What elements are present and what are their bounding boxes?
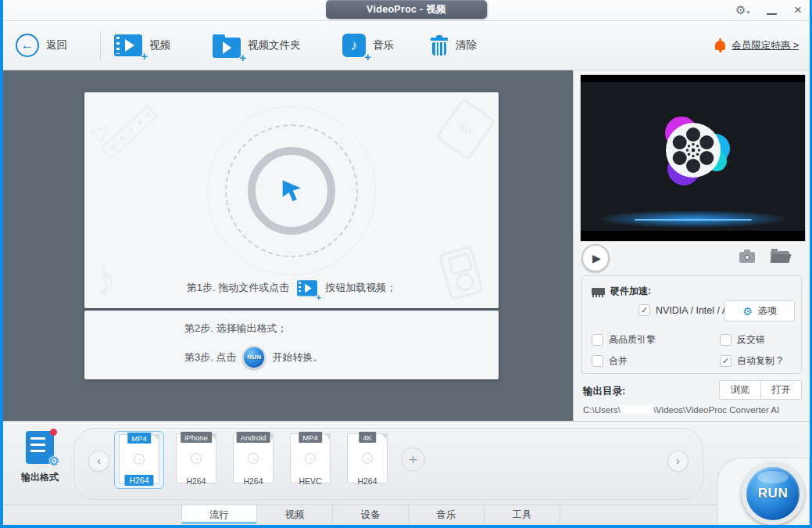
add-video-folder-icon [213, 38, 241, 58]
add-video-button[interactable]: + 视频 [114, 21, 170, 70]
add-video-folder-button[interactable]: + 视频文件夹 [213, 21, 301, 70]
clear-button[interactable]: 清除 [430, 21, 477, 70]
quality-engine-checkbox[interactable] [592, 334, 603, 346]
scroll-left-button[interactable]: ‹ [88, 451, 109, 472]
toolbar: ← 返回 + 视频 + 视频文件夹 ♪ + 音乐 [3, 21, 810, 70]
quality-engine-checkbox-row[interactable]: 高品质引擎 [592, 333, 656, 347]
plus-badge-icon: + [364, 50, 371, 63]
run-button[interactable]: RUN [742, 462, 804, 525]
merge-checkbox[interactable] [592, 355, 603, 367]
output-dir-label: 输出目录: [583, 385, 625, 398]
output-format-label: 输出格式 [14, 471, 66, 484]
format-card-mp4-hevc[interactable]: MP4 HEVC [285, 431, 335, 489]
step2-instruction: 第2步. 选择输出格式； [184, 321, 499, 336]
format-card-list: MP4 H264 iPhone H264 Android H264 MP4 HE… [114, 431, 392, 489]
category-tabs: 流行 视频 设备 音乐 工具 [181, 505, 560, 524]
film-reel-icon [134, 454, 145, 465]
add-music-button[interactable]: ♪ + 音乐 [342, 21, 394, 70]
member-offer-link[interactable]: 会员限定特惠 > [715, 21, 799, 70]
close-button[interactable]: × [794, 3, 802, 17]
gpu-checkbox[interactable]: ✓ [639, 304, 650, 316]
deinterlace-checkbox[interactable] [720, 334, 732, 346]
options-button[interactable]: ⚙ 选项 [724, 300, 795, 321]
bottom-bar: ⚙ 输出格式 ‹ MP4 H264 iPhone H264 Android H2… [3, 421, 810, 525]
format-card-mp4-h264[interactable]: MP4 H264 [114, 431, 164, 489]
tab-popular[interactable]: 流行 [181, 505, 257, 524]
tab-video[interactable]: 视频 [257, 505, 333, 524]
back-button[interactable]: ← 返回 [16, 21, 67, 70]
add-music-label: 音乐 [373, 38, 394, 52]
watermark-filmstrip-icon: ▷ [84, 92, 159, 160]
step3-instruction: 第3步. 点击 RUN 开始转换。 [184, 346, 499, 369]
output-format-button[interactable]: ⚙ 输出格式 [14, 431, 66, 484]
drop-target[interactable] [207, 106, 376, 275]
snapshot-camera-icon[interactable] [739, 252, 755, 263]
play-icon: ▶ [592, 252, 601, 264]
tab-device[interactable]: 设备 [333, 505, 409, 524]
main-area: ▷ ♪ AVI 第1步. 拖动文件或点击 [3, 70, 810, 421]
gear-icon: ⚙ [742, 305, 753, 318]
hardware-accel-row: 硬件加速: [592, 285, 651, 298]
preview-screen [581, 82, 805, 231]
format-card-4k-h264[interactable]: 4K H264 [342, 431, 392, 489]
category-tabstrip: 流行 视频 设备 音乐 工具 [3, 505, 717, 524]
back-arrow-icon: ← [16, 34, 39, 57]
dropzone-card[interactable]: ▷ ♪ AVI 第1步. 拖动文件或点击 [84, 92, 499, 308]
step1-prefix: 第1步. 拖动文件或点击 [187, 281, 289, 295]
window-controls: ⚙ ▾ × [735, 3, 802, 17]
minimize-button[interactable] [767, 13, 777, 15]
bell-icon [715, 41, 725, 50]
format-card-android-h264[interactable]: Android H264 [228, 431, 278, 489]
plus-badge-icon: + [239, 51, 246, 64]
add-music-icon: ♪ [342, 34, 366, 57]
side-panel: ▶ 硬件加速: ✓ NVIDIA / Intel / AMD ⚙ 选项 [573, 70, 810, 421]
format-card-iphone-h264[interactable]: iPhone H264 [171, 431, 221, 489]
autocopy-checkbox-row[interactable]: ✓ 自动复制 ? [720, 354, 782, 368]
drop-ring-solid [248, 147, 335, 235]
notification-dot [50, 429, 57, 436]
trash-icon [430, 34, 449, 56]
film-reel-icon [248, 453, 259, 465]
play-button[interactable]: ▶ [581, 244, 610, 272]
toolbar-divider [100, 31, 101, 60]
clear-label: 清除 [456, 38, 477, 52]
tab-tools[interactable]: 工具 [485, 505, 560, 524]
open-button[interactable]: 打开 [760, 380, 802, 400]
browse-button[interactable]: 浏览 [719, 380, 760, 400]
autocopy-checkbox[interactable]: ✓ [720, 355, 732, 367]
cursor-arrow-icon [278, 178, 305, 204]
output-path: C:\Users\\Videos\VideoProc Converter AI [583, 405, 779, 415]
add-format-button[interactable]: + [401, 447, 425, 472]
drop-stage: ▷ ♪ AVI 第1步. 拖动文件或点击 [3, 70, 573, 421]
options-label: 选项 [758, 304, 777, 318]
settings-groupbox: 硬件加速: ✓ NVIDIA / Intel / AMD ⚙ 选项 高品质引擎 … [581, 275, 802, 374]
plus-badge-icon: + [141, 49, 148, 63]
output-format-icon: ⚙ [26, 431, 54, 464]
load-video-icon [297, 280, 317, 296]
window-title: VideoProc - 视频 [326, 0, 487, 19]
scroll-right-button[interactable]: › [667, 451, 689, 472]
merge-checkbox-row[interactable]: 合并 [592, 354, 628, 368]
plus-badge-icon: + [317, 293, 321, 302]
plus-icon: + [409, 451, 417, 469]
member-offer-label: 会员限定特惠 > [732, 39, 799, 52]
run-mini-icon: RUN [242, 346, 266, 369]
tab-music[interactable]: 音乐 [409, 505, 485, 524]
open-folder-icon[interactable] [771, 251, 789, 263]
redacted-username [621, 405, 653, 414]
add-video-icon [114, 34, 142, 56]
chevron-right-icon: › [676, 454, 680, 467]
settings-gear-icon[interactable]: ⚙ ▾ [735, 3, 749, 17]
add-video-label: 视频 [149, 38, 170, 52]
app-window: VideoProc - 视频 ⚙ ▾ × ← 返回 + 视频 + [0, 0, 812, 528]
chip-icon [592, 288, 605, 295]
film-reel-icon [305, 453, 317, 465]
watermark-avi-file-icon: AVI [435, 98, 496, 161]
film-reel-icon [362, 453, 374, 465]
deinterlace-checkbox-row[interactable]: 反交错 [720, 333, 765, 347]
titlebar: VideoProc - 视频 ⚙ ▾ × [3, 0, 810, 21]
preview-player [581, 75, 805, 241]
film-reel-icon [191, 453, 202, 465]
videoproc-logo [646, 110, 740, 191]
step1-suffix: 按钮加载视频； [325, 281, 396, 295]
